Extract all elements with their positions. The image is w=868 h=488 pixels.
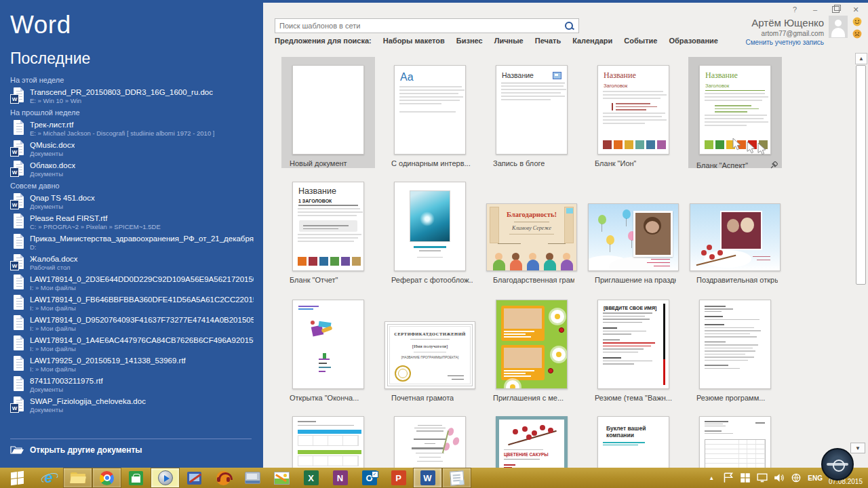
scrollbar-up-button[interactable]: ▲: [855, 53, 867, 64]
taskbar-icon-outlook[interactable]: O✓: [355, 468, 384, 488]
tray-hidden-icons-chevron[interactable]: ▲: [706, 472, 717, 483]
template-tile-babyinvite[interactable]: Приглашения с ме...: [485, 291, 578, 403]
template-tile-blank[interactable]: Новый документ: [281, 57, 375, 168]
taskbar-icon-powerpoint[interactable]: P: [384, 468, 413, 488]
taskbar-icon-onenote[interactable]: N: [326, 468, 355, 488]
template-label: Приглашения с ме...: [493, 394, 564, 402]
template-thumbnail: НазваниеЗаголовок: [597, 65, 669, 155]
network-icon[interactable]: [791, 472, 802, 483]
taskbar-icon-aimp[interactable]: [209, 468, 238, 488]
recent-file-item[interactable]: LAW178914_0_2D3E644DD0D229C92D109A56E9A5…: [10, 274, 254, 291]
display-icon[interactable]: [757, 472, 768, 483]
template-tile-letterhead[interactable]: НазваниеЗаголовокБланк "Ион": [587, 57, 680, 168]
search-suggestion-link[interactable]: Образование: [669, 37, 718, 45]
pin-icon[interactable]: [770, 159, 778, 171]
template-label: Новый документ: [290, 159, 347, 167]
template-tile-photocover[interactable]: Реферат с фотооблож...: [383, 174, 477, 285]
taskbar-icon-internet-explorer[interactable]: e: [34, 468, 63, 488]
recent-file-item[interactable]: WSWAP_Fiziologija_cheloveka.docДокументы: [10, 396, 254, 413]
search-suggestion-link[interactable]: Личные: [494, 37, 524, 45]
template-tile-party[interactable]: Приглашение на праздник с...: [587, 174, 680, 285]
help-button[interactable]: ?: [787, 3, 803, 16]
scrollbar-thumb[interactable]: [856, 65, 866, 285]
search-suggestion-link[interactable]: Печать: [535, 37, 561, 45]
kid-figure: [526, 253, 540, 270]
recent-file-item[interactable]: Приказ_Министерства_здравоохранения_РФ_о…: [10, 234, 254, 251]
search-button[interactable]: [561, 19, 578, 33]
swatch: [330, 257, 339, 266]
kid-figure: [492, 253, 506, 270]
taskbar-icon-image-editor[interactable]: [267, 468, 296, 488]
recent-file-item[interactable]: WTranscend_PR_20150803_DDR3_16G_1600_ru.…: [10, 87, 254, 104]
template-thumbnail: СЕРТИФИКАТДОСТИЖЕНИЙ[Имя получателя][НАЗ…: [384, 321, 475, 389]
recent-group-label: Совсем давно: [10, 182, 254, 190]
swatch: [603, 140, 612, 149]
template-tile-report[interactable]: Название1 ЗАГОЛОВОКБланк "Отчет": [281, 174, 375, 285]
windows-update-icon[interactable]: [740, 472, 751, 483]
text-line: [504, 459, 540, 460]
close-button[interactable]: ✕: [848, 3, 864, 16]
restore-button[interactable]: [827, 3, 844, 16]
kid-figure: [560, 253, 574, 270]
template-tile-resume1[interactable]: [ВВЕДИТЕ СВОЕ ИМЯ]Резюме (тема "Важн...: [587, 291, 680, 403]
taskbar-icon-excel[interactable]: X: [296, 468, 326, 488]
start-button[interactable]: [0, 468, 34, 488]
minimize-button[interactable]: –: [807, 3, 823, 16]
text-line: [603, 361, 652, 362]
blossom: [717, 250, 723, 256]
search-suggestion-link[interactable]: Событие: [624, 37, 657, 45]
recent-file-item[interactable]: Трек-лист.rtfE: » Michael Jackson - Disc…: [10, 120, 254, 137]
recent-file-item[interactable]: WQnap TS 451.docxДокументы: [10, 193, 254, 210]
template-tile-single[interactable]: АаС одинарным интерв...: [383, 57, 477, 168]
template-tile-gradcard[interactable]: Открытка "Оконча...: [281, 291, 375, 403]
switch-account-link[interactable]: Сменить учетную запись: [745, 38, 824, 47]
taskbar-icon-media-player[interactable]: [151, 468, 180, 488]
text-line: [414, 246, 446, 248]
search-suggestion-link[interactable]: Наборы макетов: [383, 37, 445, 45]
smile-icon[interactable]: [852, 17, 862, 26]
template-tile-greeting[interactable]: Поздравительная открытка с...: [688, 174, 782, 285]
word-doc-icon: W: [10, 396, 24, 413]
template-tile-resume2[interactable]: Резюме программ...: [688, 291, 782, 403]
action-center-flag-icon[interactable]: [723, 472, 734, 483]
recent-file-path: I: » Мои файлы: [30, 304, 254, 312]
taskbar-icon-movie-maker[interactable]: [180, 468, 209, 488]
search-suggestion-link[interactable]: Календари: [572, 37, 612, 45]
text-line: [298, 215, 357, 216]
search-suggestion-link[interactable]: Бизнес: [456, 37, 483, 45]
template-label: Благодарственная грамота: [493, 276, 574, 284]
template-tile-gratitude[interactable]: Благодарность!Климову СережеБлагодарстве…: [485, 174, 578, 285]
volume-icon[interactable]: [774, 472, 785, 483]
filter-dropdown-button[interactable]: ▼: [850, 443, 865, 453]
template-tile-letterhead[interactable]: НазваниеЗаголовокБланк "Аспект": [688, 57, 782, 168]
template-label: Резюме (тема "Важн...: [595, 394, 672, 402]
taskbar-icon-archive-app[interactable]: [238, 468, 267, 488]
frown-icon[interactable]: [852, 29, 862, 39]
recent-file-item[interactable]: LAW179925_0_20150519_141338_53969.rtfI: …: [10, 356, 254, 373]
recent-file-item[interactable]: LAW178914_0_FB646BBFBBA360DFE41D56A5A61C…: [10, 295, 254, 312]
recent-file-item[interactable]: WЖалоба.docxРабочий стол: [10, 254, 254, 271]
text-line: [705, 316, 723, 317]
taskbar-icon-chrome[interactable]: [92, 468, 121, 488]
taskbar-icon-notepad[interactable]: [442, 468, 471, 488]
taskbar-icon-word[interactable]: W: [413, 468, 442, 488]
search-input[interactable]: [275, 19, 561, 33]
recent-file-item[interactable]: WQMusic.docxДокументы: [10, 140, 254, 157]
avatar[interactable]: [829, 16, 848, 38]
text-line: [603, 327, 617, 329]
language-indicator[interactable]: ENG: [808, 474, 823, 482]
recent-file-item[interactable]: LAW178914_0_D9520764093F41637F73277E4741…: [10, 315, 254, 332]
template-tile-achievement[interactable]: СЕРТИФИКАТДОСТИЖЕНИЙ[Имя получателя][НАЗ…: [383, 291, 477, 403]
taskbar-icon-file-explorer[interactable]: [63, 468, 92, 488]
open-other-documents-button[interactable]: Открыть другие документы: [10, 445, 142, 455]
recent-file-item[interactable]: Please Read FIRST.rtfC: » PROGRA~2 » Pix…: [10, 214, 254, 230]
recent-file-item[interactable]: LAW178914_0_1A4E6AC447976CA84CB7626B6CF4…: [10, 336, 254, 352]
recent-file-item[interactable]: 874117003211975.rtfДокументы: [10, 376, 254, 393]
text-line: [417, 257, 442, 258]
thumb-subheading: Заголовок: [705, 83, 765, 91]
recent-file-item[interactable]: WОблако.docxДокументы: [10, 161, 254, 178]
file-icon: [10, 376, 24, 392]
template-tile-blog[interactable]: НазваниеЗапись в блоге: [485, 57, 578, 168]
taskbar-icon-store[interactable]: [121, 468, 151, 488]
thumb-heading: Название: [604, 70, 669, 81]
